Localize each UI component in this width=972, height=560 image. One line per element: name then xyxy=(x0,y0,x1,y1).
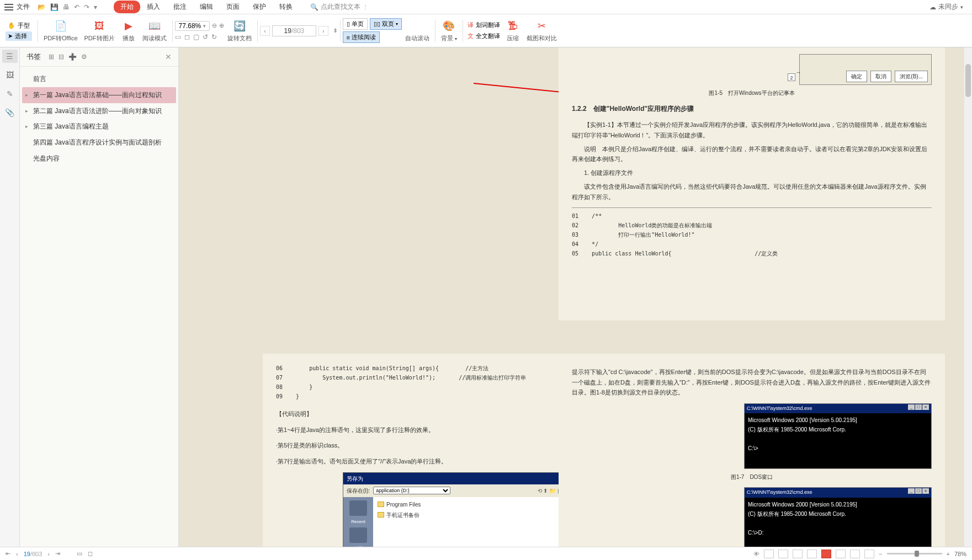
dual-page-button[interactable]: ▯▯双页▾ xyxy=(370,18,402,30)
zoom-in-icon[interactable]: ⊕ xyxy=(219,22,224,29)
fit-width-icon[interactable]: ▭ xyxy=(175,33,181,41)
view-icon-a[interactable]: ▭ xyxy=(77,550,82,557)
tab-edit[interactable]: 编辑 xyxy=(193,1,220,13)
last-page-button[interactable]: ⇥ xyxy=(55,550,60,557)
annotations-icon[interactable]: ✎ xyxy=(2,87,18,100)
tab-page[interactable]: 页面 xyxy=(220,1,246,13)
tab-start[interactable]: 开始 xyxy=(114,1,140,13)
zoom-out-icon[interactable]: ⊖ xyxy=(212,22,217,29)
expand-icon[interactable]: ▸ xyxy=(25,92,28,99)
bookmark-panel-icon[interactable]: ☰ xyxy=(2,50,18,63)
full-translate-label: 全文翻译 xyxy=(476,32,500,40)
expand-icon[interactable]: ▸ xyxy=(25,108,28,115)
single-page-button[interactable]: ▯单页 xyxy=(343,18,368,30)
file-menu[interactable]: 文件 xyxy=(17,2,30,12)
status-page-input[interactable]: 19 xyxy=(24,551,30,557)
layout-btn-4[interactable] xyxy=(807,550,817,558)
background-button[interactable]: 🎨 背景 ▾ xyxy=(438,19,460,42)
bm-settings-icon[interactable]: ⚙ xyxy=(81,53,87,61)
scroll-thumb[interactable] xyxy=(965,64,971,97)
prev-page-button[interactable]: ‹ xyxy=(260,26,270,36)
sync-button[interactable]: ☁ 未同步 ▾ xyxy=(925,1,968,13)
layout-btn-active[interactable] xyxy=(821,550,831,558)
fit-page-icon[interactable]: ◻ xyxy=(184,33,190,41)
play-button[interactable]: ▶ 播放 xyxy=(118,19,139,42)
actual-size-icon[interactable]: ▢ xyxy=(193,33,199,41)
bookmark-item[interactable]: 第四篇 Java语言程序设计实例与面试题剖析 xyxy=(22,135,176,151)
auto-scroll-button[interactable]: 自动滚动 xyxy=(402,19,433,42)
bookmark-item[interactable]: ▸第二篇 Java语言语法进阶——面向对象知识 xyxy=(22,103,176,119)
open-icon[interactable]: 📂 xyxy=(38,3,46,11)
zoom-percent[interactable]: 78% xyxy=(954,551,966,557)
book-icon: 📖 xyxy=(147,19,162,33)
bookmark-item[interactable]: 光盘内容 xyxy=(22,151,176,167)
continuous-button[interactable]: ≡连续阅读 xyxy=(343,31,380,43)
layout-btn-1[interactable] xyxy=(764,550,774,558)
menu-bar: 文件 📂 💾 🖶 ↶ ↷ ▾ 开始 插入 批注 编辑 页面 保护 转换 🔍 点此… xyxy=(0,0,972,14)
bm-expand-icon[interactable]: ⊞ xyxy=(49,53,54,61)
layout-btn-6[interactable] xyxy=(850,550,860,558)
rotate-icon: 🔄 xyxy=(232,19,247,33)
bookmarks-panel: 书签 ⊞ ⊟ ➕ ⚙ ✕ 前言 ▸第一篇 Java语言语法基础——面向过程知识 … xyxy=(20,47,179,547)
page-input[interactable]: 19/803 xyxy=(272,25,316,36)
more-icon[interactable]: ▾ xyxy=(94,3,97,11)
layout-btn-5[interactable] xyxy=(836,550,846,558)
eye-icon[interactable]: 👁 xyxy=(753,551,759,557)
bookmark-item[interactable]: ▸第一篇 Java语言语法基础——面向过程知识 xyxy=(22,87,176,103)
zoom-out-button[interactable]: − xyxy=(879,551,882,557)
bookmark-item[interactable]: ▸第三篇 Java语言编程主题 xyxy=(22,119,176,135)
tab-annotate[interactable]: 批注 xyxy=(167,1,193,13)
next-page-button[interactable]: › xyxy=(47,551,50,557)
rotate-left-icon[interactable]: ↺ xyxy=(203,33,208,41)
translate-all-icon: 文 xyxy=(468,32,474,40)
next-page-button[interactable]: › xyxy=(318,26,328,36)
undo-icon[interactable]: ↶ xyxy=(74,3,79,11)
tab-convert[interactable]: 转换 xyxy=(273,1,299,13)
redo-icon[interactable]: ↷ xyxy=(84,3,89,11)
screenshot-compare-button[interactable]: ✂ 截图和对比 xyxy=(523,19,560,42)
vertical-scrollbar[interactable] xyxy=(964,47,972,547)
zoom-slider[interactable] xyxy=(887,553,942,554)
chevron-down-icon: ▾ xyxy=(203,23,206,29)
print-icon[interactable]: 🖶 xyxy=(63,3,70,11)
menu-icon[interactable] xyxy=(4,4,13,10)
bm-collapse-icon[interactable]: ⊟ xyxy=(59,53,64,61)
pdf-to-image-button[interactable]: 🖼 PDF转图片 xyxy=(81,19,118,42)
bookmark-item[interactable]: 前言 xyxy=(22,71,176,87)
rotate-right-icon[interactable]: ↻ xyxy=(211,33,217,41)
pdf-to-office-button[interactable]: 📄 PDF转Office xyxy=(40,19,81,42)
full-translate-button[interactable]: 文全文翻译 xyxy=(465,31,502,41)
compress-button[interactable]: 🗜 压缩 xyxy=(502,19,523,42)
attachments-icon[interactable]: 📎 xyxy=(2,106,18,119)
tab-insert[interactable]: 插入 xyxy=(140,1,167,13)
select-label: 选择 xyxy=(15,32,27,40)
thumbnails-icon[interactable]: 🖼 xyxy=(2,68,18,82)
zoom-in-button[interactable]: + xyxy=(947,551,950,557)
layout-btn-7[interactable] xyxy=(864,550,874,558)
layout-btn-2[interactable] xyxy=(778,550,788,558)
play-label: 播放 xyxy=(123,34,135,42)
prev-page-button[interactable]: ‹ xyxy=(16,551,18,557)
save-icon[interactable]: 💾 xyxy=(50,3,59,11)
savein-dropdown: application (D:) xyxy=(373,487,450,494)
first-page-button[interactable]: ⇤ xyxy=(6,550,10,557)
hand-tool[interactable]: ✋手型 xyxy=(6,21,32,30)
document-viewport[interactable]: 2 → 确定 取消 浏览(B)... 图1-5 打开Windows平台的记事本 … xyxy=(179,47,972,547)
search-box[interactable]: 🔍 点此查找文本 ⋮ xyxy=(310,2,368,12)
zoom-dropdown[interactable]: 77.68%▾ xyxy=(175,21,210,31)
layout-btn-3[interactable] xyxy=(793,550,803,558)
cmd-window-mock: C:\WINNT\system32\cmd.exe_□× Microsoft W… xyxy=(744,487,932,547)
tab-protect[interactable]: 保护 xyxy=(246,1,273,13)
bm-add-icon[interactable]: ➕ xyxy=(68,53,77,61)
zoom-slider-thumb[interactable] xyxy=(915,551,919,557)
view-icon-b[interactable]: ◻ xyxy=(88,550,93,557)
rotate-doc-button[interactable]: 🔄 旋转文档 xyxy=(224,19,255,42)
word-translate-button[interactable]: 译划词翻译 xyxy=(465,20,502,30)
auto-scroll-label: 自动滚动 xyxy=(405,34,429,42)
expand-icon[interactable]: ▸ xyxy=(25,123,28,130)
page-jump-icon[interactable]: ⇟ xyxy=(333,27,338,34)
read-mode-button[interactable]: 📖 阅读模式 xyxy=(139,19,170,42)
close-panel-icon[interactable]: ✕ xyxy=(165,52,172,61)
select-tool[interactable]: ➤选择 xyxy=(6,31,32,41)
sync-label: 未同步 xyxy=(938,2,958,12)
